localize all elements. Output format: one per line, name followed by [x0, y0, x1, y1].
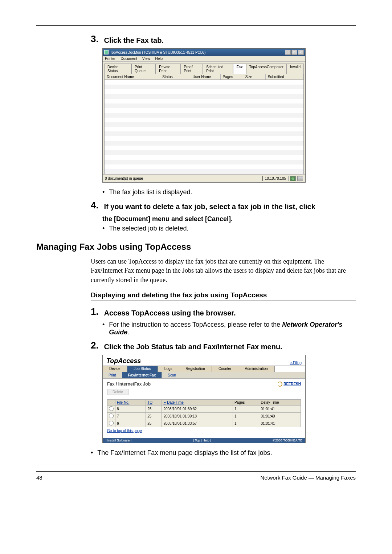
step-3-bullet-text: The fax jobs list is displayed. [109, 188, 356, 196]
tab-private-print[interactable]: Private Print [156, 64, 180, 74]
step-1-title: Access TopAccess using the browser. [104, 309, 236, 317]
tab-administration[interactable]: Administration [238, 366, 274, 372]
cell-to: 25 [146, 412, 162, 420]
step-1: 1. Access TopAccess using the browser. [91, 306, 356, 317]
tab-topaccesscomposer[interactable]: TopAccessComposer [246, 64, 287, 74]
step-3-title: Click the Fax tab. [104, 36, 164, 45]
status-ip: 10.10.70.105 [262, 176, 289, 181]
refresh-label: REFRESH [283, 382, 301, 386]
step-3: 3. Click the Fax tab. [91, 33, 356, 45]
screenshot-docmon: TopAccessDocMon (TOSHIBA e-STUDIO3511-45… [102, 48, 356, 183]
tab-device-status[interactable]: Device Status [104, 64, 131, 74]
table-row: 6 25 2003/10/01 01:33:57 1 01:01:41 [107, 420, 301, 427]
topaccess-page-heading: Fax / InternetFax Job [107, 382, 151, 387]
step-2-bullet: • The Fax/Internet Fax menu page display… [91, 449, 356, 457]
cell-to: 25 [146, 420, 162, 427]
cell-to: 25 [146, 405, 162, 412]
docmon-menubar: Printer Document View Help [103, 56, 305, 62]
docmon-list-body[interactable] [104, 80, 304, 174]
bullet-icon: • [102, 188, 105, 196]
tab-invalid[interactable]: Invalid [287, 64, 304, 74]
fax-jobs-table: File No. TO Date Time Pages Delay Time 8… [107, 399, 301, 427]
screenshot-topaccess: TopAccess e-Filing Device Job Status Log… [102, 355, 356, 443]
subtab-print[interactable]: Print [103, 372, 122, 378]
col-document-name[interactable]: Document Name [105, 74, 160, 80]
docmon-titlebar: TopAccessDocMon (TOSHIBA e-STUDIO3511-45… [103, 49, 305, 56]
page: 3. Click the Fax tab. TopAccessDocMon (T… [0, 0, 392, 495]
col-user-name[interactable]: User Name [190, 74, 220, 80]
cell-fileno: 8 [115, 405, 146, 412]
cell-fileno: 7 [115, 412, 146, 420]
bullet-icon: • [102, 225, 105, 232]
step-2-bullet-text: The Fax/Internet Fax menu page displays … [97, 449, 356, 457]
col-size[interactable]: Size [243, 74, 266, 80]
step-1-bullet-text: For the instruction to access TopAccess,… [109, 321, 356, 336]
go-top-link[interactable]: Go to top of this page [107, 429, 142, 433]
tab-logs[interactable]: Logs [158, 366, 179, 372]
cell-date: 2003/10/01 01:39:18 [162, 412, 233, 420]
section-heading: Managing Fax Jobs using TopAccess [36, 242, 356, 252]
menu-document[interactable]: Document [121, 57, 137, 61]
tab-proof-print[interactable]: Proof Print [181, 64, 203, 74]
tab-device[interactable]: Device [103, 366, 127, 372]
cell-delay: 01:01:40 [259, 412, 301, 420]
menu-printer[interactable]: Printer [105, 57, 115, 61]
step-3-number: 3. [91, 33, 102, 45]
topaccess-sub-tabs: Print Fax/Internet Fax Scan [103, 372, 305, 379]
topaccess-logo: TopAccess [106, 357, 141, 365]
minimize-button[interactable]: _ [285, 50, 291, 55]
step-4-number: 4. [91, 200, 102, 211]
tab-fax[interactable]: Fax [233, 64, 246, 74]
refresh-icon [277, 382, 282, 387]
col-to[interactable]: TO [146, 399, 162, 405]
cell-pages: 1 [233, 412, 259, 420]
tab-registration[interactable]: Registration [179, 366, 212, 372]
connection-icon [290, 176, 296, 181]
footer-mid: | Top | Help | [193, 439, 211, 442]
footer-title: Network Fax Guide — Managing Faxes [260, 474, 356, 481]
col-pages: Pages [233, 399, 259, 405]
step-2-number: 2. [91, 340, 102, 351]
topaccess-footer: | Install Software | | Top | Help | ©200… [103, 438, 305, 443]
cell-pages: 1 [233, 405, 259, 412]
menu-help[interactable]: Help [155, 57, 163, 61]
table-row: 8 25 2003/10/01 01:39:32 1 01:01:41 [107, 405, 301, 412]
tab-print-queue[interactable]: Print Queue [131, 64, 156, 74]
col-file-no[interactable]: File No. [115, 399, 146, 405]
install-software-link[interactable]: | Install Software | [106, 439, 131, 442]
step-4-bullet: • The selected job is deleted. [102, 225, 356, 232]
col-select [107, 399, 115, 405]
cell-date: 2003/10/01 01:39:32 [162, 405, 233, 412]
tab-job-status[interactable]: Job Status [127, 366, 158, 372]
close-button[interactable]: × [298, 50, 304, 55]
footer-copyright: ©2003 TOSHIBA TE [273, 439, 302, 442]
row-select-radio[interactable] [109, 421, 114, 425]
row-select-radio[interactable] [109, 414, 114, 418]
step-1-bullet-part-c: . [127, 329, 129, 336]
topaccess-body: Fax / InternetFax Job REFRESH Delete Fil… [103, 379, 305, 435]
app-icon [104, 50, 109, 54]
subtab-fax-internet-fax[interactable]: Fax/Internet Fax [122, 372, 162, 378]
maximize-button[interactable]: □ [291, 50, 297, 55]
col-submitted[interactable]: Submitted [266, 74, 303, 80]
content-column-2: Users can use TopAccess to display the f… [91, 257, 356, 457]
section-paragraph: Users can use TopAccess to display the f… [91, 257, 356, 285]
col-date-time[interactable]: Date Time [162, 399, 233, 405]
cell-date: 2003/10/01 01:33:57 [162, 420, 233, 427]
step-3-bullet: • The fax jobs list is displayed. [102, 188, 356, 196]
step-1-bullet-part-a: For the instruction to access TopAccess,… [109, 321, 282, 328]
menu-view[interactable]: View [142, 57, 150, 61]
refresh-link[interactable]: REFRESH [277, 382, 301, 387]
col-pages[interactable]: Pages [221, 74, 243, 80]
subtab-scan[interactable]: Scan [162, 372, 182, 378]
delete-button[interactable]: Delete [107, 389, 128, 395]
tab-scheduled-print[interactable]: Scheduled Print [203, 64, 233, 74]
footer-help-link[interactable]: Help [203, 439, 209, 442]
tab-counter[interactable]: Counter [212, 366, 238, 372]
row-select-radio[interactable] [109, 406, 114, 411]
footer-top-link[interactable]: Top [195, 439, 200, 442]
docmon-window: TopAccessDocMon (TOSHIBA e-STUDIO3511-45… [102, 48, 306, 183]
top-rule [36, 25, 356, 26]
efiling-link[interactable]: e-Filing [290, 361, 302, 365]
col-status[interactable]: Status [160, 74, 190, 80]
